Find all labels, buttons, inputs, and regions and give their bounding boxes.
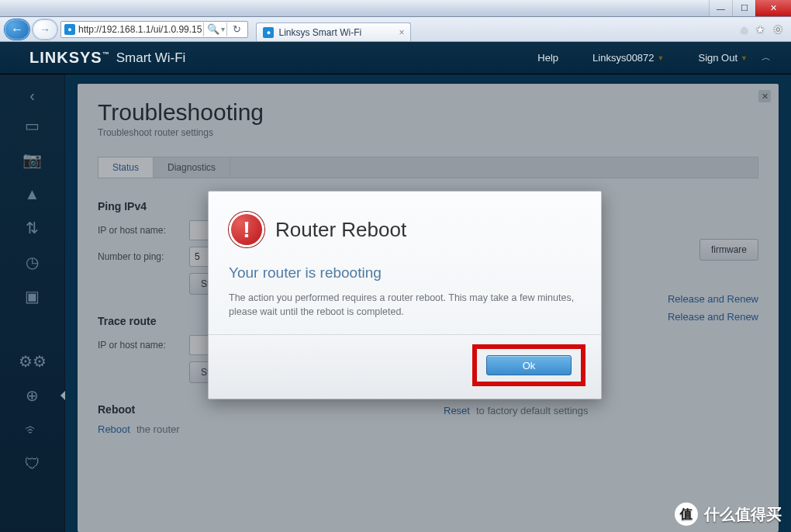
modal-text: The action you performed requires a rout… [229, 291, 581, 319]
window-minimize-button[interactable]: — [709, 0, 732, 16]
tab-title: Linksys Smart Wi-Fi [278, 27, 361, 38]
tab-close-button[interactable]: × [399, 27, 404, 38]
account-dropdown[interactable]: Linksys00872▼ [592, 52, 664, 64]
app-header: LINKSYS™ Smart Wi-Fi Help Linksys00872▼ … [0, 42, 791, 74]
tab-favicon-icon: ● [263, 27, 274, 38]
favorites-icon[interactable]: ★ [755, 23, 765, 36]
watermark: 值 什么值得买 [675, 503, 782, 526]
caret-down-icon: ▼ [658, 54, 665, 62]
modal-title: Router Reboot [275, 218, 406, 242]
watermark-badge-icon: 值 [675, 503, 698, 526]
search-icon[interactable]: 🔍 [206, 23, 221, 35]
refresh-icon[interactable]: ↻ [229, 23, 244, 35]
browser-tab[interactable]: ● Linksys Smart Wi-Fi × [256, 22, 411, 41]
caret-down-icon: ▼ [741, 54, 748, 62]
tools-gear-icon[interactable]: ⚙ [773, 23, 783, 36]
browser-toolbar: ← → ● http://192.168.1.1/ui/1.0.99.15 🔍 … [0, 17, 791, 42]
ok-button[interactable]: Ok [486, 355, 572, 375]
alert-icon: ! [229, 212, 264, 247]
browser-forward-button[interactable]: → [33, 19, 57, 40]
router-reboot-modal: ! Router Reboot Your router is rebooting… [208, 191, 602, 399]
watermark-text: 什么值得买 [704, 504, 782, 525]
window-titlebar: — ☐ ✕ [0, 0, 791, 17]
modal-subtitle: Your router is rebooting [229, 264, 581, 282]
help-link[interactable]: Help [537, 52, 558, 64]
window-close-button[interactable]: ✕ [755, 0, 791, 16]
collapse-up-icon[interactable]: ︿ [762, 51, 771, 64]
brand-logo: LINKSYS™ [29, 49, 110, 67]
brand-subtitle: Smart Wi-Fi [116, 50, 186, 66]
window-maximize-button[interactable]: ☐ [732, 0, 755, 16]
address-favicon-icon: ● [64, 24, 75, 35]
browser-back-button[interactable]: ← [5, 19, 29, 40]
ok-highlight-box: Ok [472, 344, 585, 386]
address-bar[interactable]: ● http://192.168.1.1/ui/1.0.99.15 🔍 ▾ ↻ [60, 21, 248, 38]
address-url: http://192.168.1.1/ui/1.0.99.15 [78, 24, 202, 35]
sign-out-link[interactable]: Sign Out▼ [698, 52, 748, 64]
home-icon[interactable]: ⌂ [741, 23, 748, 36]
